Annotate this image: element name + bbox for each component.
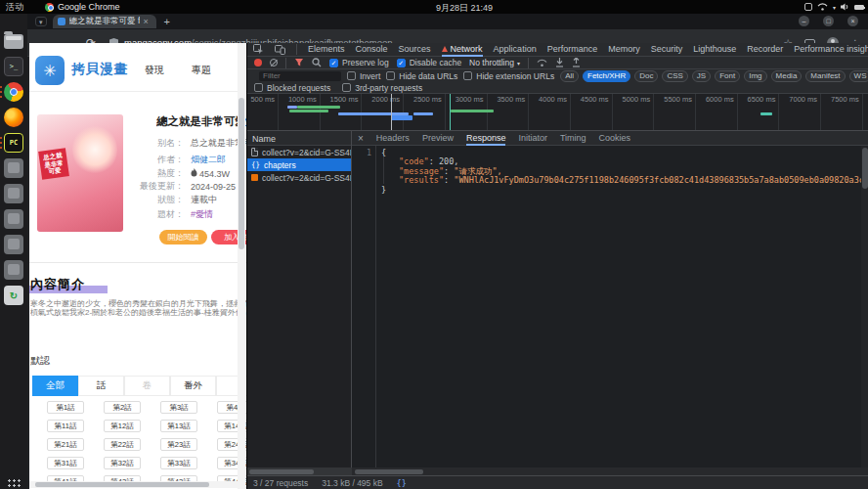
filter-input[interactable] — [259, 71, 341, 81]
dock-item-app-3[interactable] — [4, 209, 23, 229]
search-icon[interactable] — [312, 58, 322, 67]
preserve-log-checkbox[interactable]: ✓ Preserve log — [329, 58, 389, 67]
dock-item-pycharm[interactable]: PC — [4, 133, 23, 153]
dock-item-app-5[interactable] — [4, 260, 23, 280]
filter-pill-doc[interactable]: Doc — [634, 70, 658, 82]
chapter-button[interactable]: 第21話 — [47, 438, 84, 451]
filter-pill-media[interactable]: Media — [771, 70, 803, 82]
record-button[interactable] — [254, 59, 262, 67]
devtools-tab-performance-insights[interactable]: Performance insights — [794, 43, 868, 57]
device-toolbar-icon[interactable] — [275, 45, 285, 55]
network-conditions-icon[interactable] — [537, 59, 547, 67]
detail-tab-cookies[interactable]: Cookies — [599, 131, 631, 146]
filter-pill-all[interactable]: All — [560, 70, 579, 82]
page-vertical-scrollbar-thumb[interactable] — [239, 98, 244, 249]
dock-item-terminal[interactable]: >_ — [4, 57, 23, 76]
minimize-button[interactable]: – — [799, 16, 809, 26]
detail-tab-response[interactable]: Response — [466, 131, 506, 146]
filter-pill-js[interactable]: JS — [692, 70, 711, 82]
dock-item-app-2[interactable] — [4, 184, 23, 203]
filter-pill-fetchxhr[interactable]: Fetch/XHR — [583, 70, 630, 82]
start-reading-button[interactable]: 開始閱讀 — [159, 230, 207, 244]
devtools-tab-network[interactable]: Network — [442, 43, 483, 57]
hide-data-urls-checkbox[interactable]: Hide data URLs — [386, 71, 457, 81]
request-row[interactable]: collect?v=2&cid=G-SS4LL7K6... — [247, 146, 351, 158]
detail-tab-initiator[interactable]: Initiator — [518, 131, 547, 146]
response-vertical-scrollbar-thumb[interactable] — [862, 148, 868, 189]
site-nav-item-0[interactable]: 發現 — [145, 64, 164, 77]
chapter-button[interactable]: 第11話 — [47, 420, 84, 432]
invert-checkbox[interactable]: Invert — [347, 71, 380, 81]
request-row[interactable]: collect?v=2&cid=G-SS4LL7K6... — [247, 171, 351, 184]
blocked-requests-checkbox[interactable]: Blocked requests — [254, 83, 330, 93]
filter-pill-img[interactable]: Img — [744, 70, 766, 82]
tab-close-icon[interactable]: × — [144, 18, 149, 25]
close-detail-icon[interactable]: × — [358, 133, 364, 144]
devtools-tab-memory[interactable]: Memory — [608, 43, 640, 57]
chapter-button[interactable]: 第2話 — [104, 401, 141, 414]
filter-pill-css[interactable]: CSS — [662, 70, 687, 82]
chapter-button[interactable]: 第22話 — [104, 438, 141, 451]
chapter-button[interactable]: 第31話 — [47, 457, 84, 469]
devtools-tab-security[interactable]: Security — [651, 43, 683, 57]
chapter-button[interactable]: 第23話 — [160, 438, 197, 451]
site-logo[interactable]: ✳ — [35, 56, 65, 85]
import-har-icon[interactable] — [555, 58, 564, 67]
devtools-tab-console[interactable]: Console — [356, 43, 388, 57]
new-tab-button[interactable]: + — [164, 16, 170, 27]
close-button[interactable]: × — [847, 16, 858, 26]
chapter-tab-全部[interactable]: 全部 — [32, 376, 78, 396]
dock-item-show-applications[interactable] — [4, 475, 23, 489]
maximize-button[interactable]: □ — [823, 16, 834, 26]
chapter-button[interactable]: 第13話 — [160, 420, 197, 432]
response-editor[interactable]: 1{"code": 200,"message": "请求成功","results… — [352, 146, 868, 467]
request-row[interactable]: {}chapters — [247, 158, 351, 171]
dock-item-app-1[interactable] — [4, 158, 23, 178]
third-party-requests-checkbox[interactable]: 3rd-party requests — [342, 83, 422, 93]
tab-search-chevron-icon[interactable]: ▾ — [35, 17, 47, 26]
detail-tab-timing[interactable]: Timing — [560, 131, 586, 146]
site-nav-item-1[interactable]: 專題 — [192, 64, 211, 77]
meta-value[interactable]: #愛情 — [191, 208, 213, 221]
dock-item-files[interactable] — [4, 31, 23, 51]
browser-tab[interactable]: 總之就是非常可愛 fly m × — [53, 15, 156, 28]
disable-cache-checkbox[interactable]: ✓ Disable cache — [397, 58, 461, 67]
network-overview-timeline[interactable]: 500 ms1000 ms1500 ms2000 ms2500 ms3000 m… — [247, 94, 868, 131]
site-name[interactable]: 拷貝漫畫 — [71, 61, 128, 78]
format-json-button[interactable]: {} — [397, 478, 407, 488]
chapter-button[interactable]: 第12話 — [104, 420, 141, 432]
devtools-tab-performance[interactable]: Performance — [547, 43, 598, 57]
filter-pill-font[interactable]: Font — [715, 70, 740, 82]
chapter-tab-卷[interactable]: 卷 — [124, 376, 170, 396]
devtools-tab-lighthouse[interactable]: Lighthouse — [693, 43, 736, 57]
name-column-header[interactable]: Name — [247, 131, 352, 146]
chapter-button[interactable]: 第32話 — [104, 457, 141, 469]
response-scrollbar-thumb[interactable] — [355, 469, 423, 474]
devtools-tab-application[interactable]: Application — [494, 43, 537, 57]
comic-cover[interactable]: 总之就是非常可爱 — [37, 114, 123, 232]
devtools-tab-recorder[interactable]: Recorder — [747, 43, 783, 57]
devtools-tab-elements[interactable]: Elements — [308, 43, 345, 57]
dock-item-app-4[interactable] — [4, 235, 23, 254]
throttling-dropdown[interactable]: No throttling ▾ — [469, 58, 520, 67]
dock-item-google-chrome[interactable] — [4, 82, 23, 102]
hide-extension-urls-checkbox[interactable]: Hide extension URLs — [463, 71, 554, 81]
chapter-button[interactable]: 第3話 — [160, 401, 197, 414]
filter-icon[interactable] — [294, 58, 304, 67]
dock-item-software-updater[interactable]: ↻ — [4, 286, 23, 305]
export-har-icon[interactable] — [572, 58, 581, 67]
chapter-tab-話[interactable]: 話 — [78, 376, 124, 396]
meta-value[interactable]: 畑健二郎 — [191, 154, 226, 166]
request-list-scrollbar-thumb[interactable] — [249, 469, 314, 474]
dock-item-firefox[interactable] — [4, 108, 23, 127]
chapter-button[interactable]: 第1話 — [47, 401, 84, 414]
filter-pill-manifest[interactable]: Manifest — [805, 70, 845, 82]
detail-tab-preview[interactable]: Preview — [422, 131, 454, 146]
page-horizontal-scrollbar-thumb[interactable] — [35, 482, 209, 487]
system-tray[interactable]: ▾ — [804, 0, 864, 14]
detail-tab-headers[interactable]: Headers — [376, 131, 410, 146]
response-vertical-scrollbar[interactable] — [861, 146, 868, 467]
inspect-element-icon[interactable] — [253, 44, 264, 55]
filter-pill-ws[interactable]: WS — [849, 70, 868, 82]
chapter-button[interactable]: 第33話 — [160, 457, 197, 469]
